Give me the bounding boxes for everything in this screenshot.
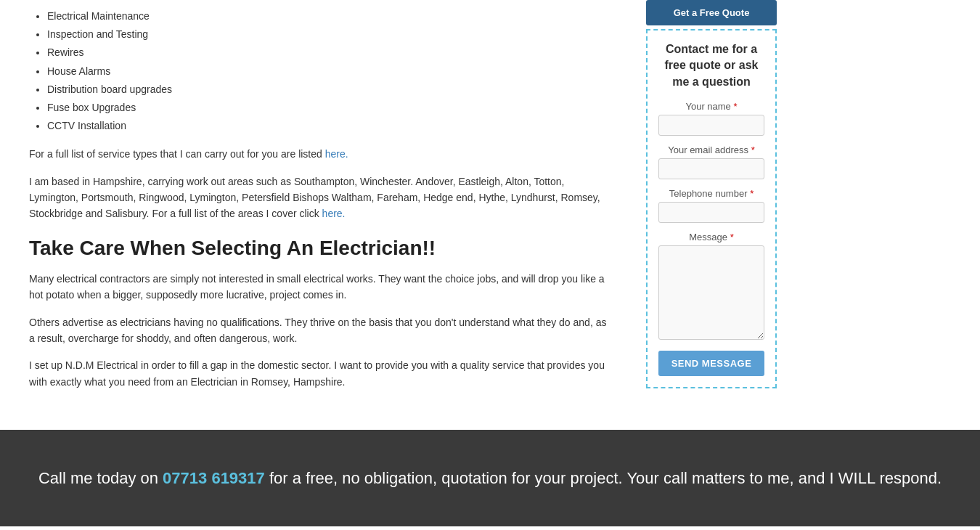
phone-field-group: Telephone number * [658,188,764,223]
message-field-group: Message * [658,232,764,342]
para-3: I set up N.D.M Electrical in order to fi… [29,357,610,390]
footer-phone: 07713 619317 [163,469,265,487]
based-in-paragraph: I am based in Hampshire, carrying work o… [29,174,610,222]
list-item: Fuse box Upgrades [47,99,610,117]
right-sidebar: Get a Free Quote Contact me for a free q… [639,0,784,430]
contact-form-title: Contact me for a free quote or ask me a … [658,41,764,90]
list-item: Rewires [47,44,610,62]
section-heading: Take Care When Selecting An Electrician!… [29,237,610,260]
here-link-2[interactable]: here. [322,208,346,219]
list-item: Electrical Maintenance [47,7,610,25]
list-item: House Alarms [47,62,610,81]
list-item: CCTV Installation [47,117,610,135]
list-item: Inspection and Testing [47,25,610,44]
email-field-group: Your email address * [658,144,764,179]
footer-text: Call me today on 07713 619317 for a free… [15,466,965,490]
message-label: Message * [658,232,764,242]
here-link-1[interactable]: here. [325,148,348,160]
services-list: Electrical Maintenance Inspection and Te… [29,7,610,135]
phone-input[interactable] [658,202,764,223]
send-message-button[interactable]: SEND MESSAGE [658,351,764,376]
email-input[interactable] [658,158,764,179]
name-label: Your name * [658,101,764,112]
message-textarea[interactable] [658,245,764,340]
para-1: Many electrical contractors are simply n… [29,271,610,303]
full-list-paragraph: For a full list of service types that I … [29,146,610,162]
contact-form: Contact me for a free quote or ask me a … [646,29,777,388]
top-cta-button[interactable]: Get a Free Quote [646,0,777,25]
list-item: Distribution board upgrades [47,81,610,99]
name-field-group: Your name * [658,101,764,136]
name-input[interactable] [658,115,764,136]
footer-strip: Call me today on 07713 619317 for a free… [0,430,980,526]
para-2: Others advertise as electricians having … [29,314,610,347]
main-content: Electrical Maintenance Inspection and Te… [0,0,639,430]
email-label: Your email address * [658,144,764,155]
phone-label: Telephone number * [658,188,764,199]
